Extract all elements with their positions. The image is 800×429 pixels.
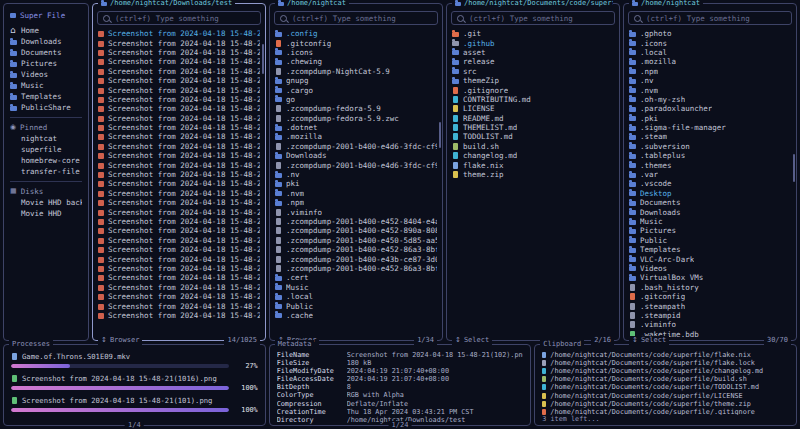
file-row[interactable]: .tableplus bbox=[629, 151, 791, 160]
file-row[interactable]: .zcompdump-fedora-5.9.zwc bbox=[275, 114, 437, 123]
scrollbar[interactable] bbox=[793, 154, 795, 182]
file-row[interactable]: .paradoxlauncher bbox=[629, 104, 791, 113]
file-row[interactable]: Templates bbox=[629, 245, 791, 254]
process-item[interactable]: Screenshot from 2024-04-18 15-48-21(1016… bbox=[11, 374, 258, 392]
file-row[interactable]: .icons bbox=[629, 38, 791, 47]
file-row[interactable]: .zcompdump-2001-b400-e43b-ce87-3d07-4 bbox=[275, 254, 437, 263]
file-row[interactable]: .config bbox=[275, 29, 437, 38]
file-row[interactable]: .zcompdump-2001-b400-e452-86a3-8bf1-5 bbox=[275, 245, 437, 254]
file-row[interactable]: Downloads bbox=[275, 151, 437, 160]
process-item[interactable]: Screenshot from 2024-04-18 15-48-21(101)… bbox=[11, 396, 258, 414]
file-row[interactable]: Documents bbox=[629, 198, 791, 207]
file-row[interactable]: VLC-Arc-Dark bbox=[629, 254, 791, 263]
file-row[interactable]: .nv bbox=[629, 76, 791, 85]
file-row[interactable]: .nvm bbox=[275, 189, 437, 198]
file-row[interactable]: Screenshot from 2024-04-18 15-48-21(1 bbox=[98, 217, 260, 226]
sidebar-pinned-item[interactable]: nightcat bbox=[10, 133, 82, 144]
file-row[interactable]: src bbox=[452, 67, 614, 76]
file-row[interactable]: .viminfo bbox=[629, 320, 791, 329]
file-row[interactable]: .zcompdump-2001-b400-e452-890a-8083-1 bbox=[275, 226, 437, 235]
file-row[interactable]: themeZip bbox=[452, 76, 614, 85]
sidebar-disk-item[interactable]: Movie HHD backup bbox=[10, 197, 82, 208]
file-row[interactable]: Public bbox=[629, 236, 791, 245]
file-row[interactable]: .nv bbox=[275, 170, 437, 179]
file-row[interactable]: Screenshot from 2024-04-18 15-48-21(1 bbox=[98, 104, 260, 113]
file-row[interactable]: .gitconfig bbox=[275, 38, 437, 47]
file-row[interactable]: gnupg bbox=[275, 76, 437, 85]
file-row[interactable]: Screenshot from 2024-04-18 15-48-21(1 bbox=[98, 29, 260, 38]
file-row[interactable]: .steampath bbox=[629, 301, 791, 310]
file-row[interactable]: Music bbox=[275, 283, 437, 292]
file-row[interactable]: changelog.md bbox=[452, 151, 614, 160]
file-row[interactable]: .mozilla bbox=[275, 132, 437, 141]
sidebar-item[interactable]: Documents bbox=[10, 47, 82, 58]
file-row[interactable]: .vscode bbox=[629, 179, 791, 188]
file-row[interactable]: .zcompdump-2001-b400-e4d6-3fdc-cf97- bbox=[275, 160, 437, 169]
file-row[interactable]: Screenshot from 2024-04-18 15-48-21(1 bbox=[98, 198, 260, 207]
sidebar-item[interactable]: Pictures bbox=[10, 58, 82, 69]
file-row[interactable]: .icons bbox=[275, 48, 437, 57]
file-row[interactable]: .mozilla bbox=[629, 57, 791, 66]
file-row[interactable]: Downloads bbox=[629, 207, 791, 216]
file-row[interactable]: .gitignore bbox=[452, 85, 614, 94]
file-row[interactable]: .cert bbox=[275, 273, 437, 282]
file-row[interactable]: release bbox=[452, 57, 614, 66]
file-row[interactable]: Screenshot from 2024-04-18 15-48-21(1 bbox=[98, 283, 260, 292]
file-row[interactable]: THEMELIST.md bbox=[452, 123, 614, 132]
file-row[interactable]: .npm bbox=[275, 198, 437, 207]
file-row[interactable]: VirtualBox VMs bbox=[629, 273, 791, 282]
file-row[interactable]: .themes bbox=[629, 160, 791, 169]
search-bar[interactable]: (ctrl+f) Type something bbox=[97, 11, 261, 25]
file-row[interactable]: Screenshot from 2024-04-18 15-48-21(1 bbox=[98, 311, 260, 320]
file-row[interactable]: .pki bbox=[629, 114, 791, 123]
file-row[interactable]: Screenshot from 2024-04-18 15-48-21(1 bbox=[98, 236, 260, 245]
file-row[interactable]: asset bbox=[452, 48, 614, 57]
file-row[interactable]: .github bbox=[452, 38, 614, 47]
file-row[interactable]: .cache bbox=[275, 311, 437, 320]
sidebar-item[interactable]: Downloads bbox=[10, 36, 82, 47]
file-row[interactable]: .gitconfig bbox=[629, 292, 791, 301]
sidebar-disk-item[interactable]: Movie HHD bbox=[10, 208, 82, 219]
file-row[interactable]: Screenshot from 2024-04-18 15-48-21(1 bbox=[98, 48, 260, 57]
file-row[interactable]: .nvm bbox=[629, 85, 791, 94]
file-row[interactable]: Screenshot from 2024-04-18 15-48-21(1 bbox=[98, 264, 260, 273]
file-row[interactable]: Screenshot from 2024-04-18 15-48-21(1 bbox=[98, 67, 260, 76]
file-row[interactable]: .subversion bbox=[629, 142, 791, 151]
file-row[interactable]: theme.zip bbox=[452, 170, 614, 179]
file-row[interactable]: .oh-my-zsh bbox=[629, 95, 791, 104]
sidebar-item[interactable]: Templates bbox=[10, 91, 82, 102]
file-row[interactable]: .cargo bbox=[275, 85, 437, 94]
file-row[interactable]: build.sh bbox=[452, 142, 614, 151]
search-bar[interactable]: (ctrl+f) Type something bbox=[628, 11, 792, 25]
scrollbar[interactable] bbox=[262, 44, 264, 74]
file-row[interactable]: README.md bbox=[452, 114, 614, 123]
file-row[interactable]: .zcompdump-2001-b400-e450-5d85-aa50-b bbox=[275, 236, 437, 245]
sidebar-item[interactable]: Videos bbox=[10, 69, 82, 80]
file-row[interactable]: Screenshot from 2024-04-18 15-48-21(1 bbox=[98, 151, 260, 160]
file-row[interactable]: Music bbox=[629, 217, 791, 226]
file-row[interactable]: Screenshot from 2024-04-18 15-48-21(1 bbox=[98, 226, 260, 235]
file-row[interactable]: .var bbox=[629, 170, 791, 179]
file-row[interactable]: .npm bbox=[629, 67, 791, 76]
file-row[interactable]: Screenshot from 2024-04-18 15-48-21(1 bbox=[98, 292, 260, 301]
file-row[interactable]: Screenshot from 2024-04-18 15-48-21(1 bbox=[98, 189, 260, 198]
file-row[interactable]: .viminfo bbox=[275, 207, 437, 216]
file-row[interactable]: flake.nix bbox=[452, 160, 614, 169]
file-row[interactable]: Screenshot from 2024-04-18 15-48-21(1 bbox=[98, 123, 260, 132]
file-row[interactable]: .zcompdump-2001-b400-e452-8404-e4a2-d bbox=[275, 217, 437, 226]
file-row[interactable]: LICENSE bbox=[452, 104, 614, 113]
file-row[interactable]: Screenshot from 2024-04-18 15-48-21(1 bbox=[98, 142, 260, 151]
file-row[interactable]: Screenshot from 2024-04-18 15-48-21(1 bbox=[98, 254, 260, 263]
file-row[interactable]: Screenshot from 2024-04-18 15-48-21(1 bbox=[98, 132, 260, 141]
file-row[interactable]: Desktop bbox=[629, 189, 791, 198]
sidebar-item[interactable]: PublicShare bbox=[10, 102, 82, 113]
file-row[interactable]: .zcompdump-NightCat-5.9 bbox=[275, 67, 437, 76]
scrollbar[interactable] bbox=[439, 122, 441, 148]
sidebar-pinned-item[interactable]: transfer-file bbox=[10, 166, 82, 177]
file-row[interactable]: Screenshot from 2024-04-18 15-48-21(1 bbox=[98, 95, 260, 104]
file-row[interactable]: Screenshot from 2024-04-18 15-48-21(1 bbox=[98, 179, 260, 188]
file-row[interactable]: Screenshot from 2024-04-18 15-48-21(1 bbox=[98, 85, 260, 94]
file-row[interactable]: .chewing bbox=[275, 57, 437, 66]
file-row[interactable]: .local bbox=[629, 48, 791, 57]
file-row[interactable]: Screenshot from 2024-04-18 15-48-21(1 bbox=[98, 114, 260, 123]
